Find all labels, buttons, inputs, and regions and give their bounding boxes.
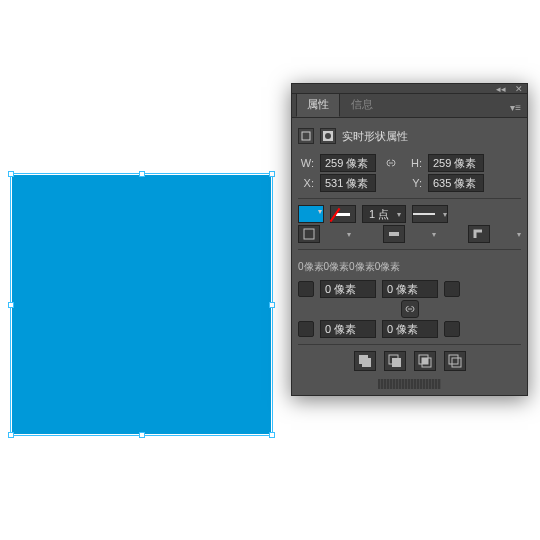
panel-menu-icon[interactable]: ▾≡ (504, 98, 527, 117)
fill-color-swatch[interactable]: ▾ (298, 205, 324, 223)
tab-properties[interactable]: 属性 (296, 92, 340, 117)
corner-tl-toggle[interactable] (298, 281, 314, 297)
width-input[interactable]: 259 像素 (320, 154, 376, 172)
corner-bl-input[interactable]: 0 像素 (320, 320, 376, 338)
link-corners-icon[interactable] (401, 300, 419, 318)
panel-titlebar[interactable]: ◂◂ ✕ (292, 84, 527, 94)
x-input[interactable]: 531 像素 (320, 174, 376, 192)
panel-close-icon[interactable]: ✕ (515, 84, 523, 94)
corner-radius-summary: 0像素0像素0像素0像素 (298, 256, 521, 278)
chevron-down-icon: ▾ (347, 230, 351, 239)
svg-rect-4 (389, 232, 399, 236)
path-intersect-button[interactable] (414, 351, 436, 371)
path-exclude-button[interactable] (444, 351, 466, 371)
panel-collapse-icon[interactable]: ◂◂ (496, 84, 506, 94)
stroke-weight-value: 1 点 (369, 207, 389, 222)
corner-tl-input[interactable]: 0 像素 (320, 280, 376, 298)
path-unite-button[interactable] (354, 351, 376, 371)
corner-bl-toggle[interactable] (298, 321, 314, 337)
height-input[interactable]: 259 像素 (428, 154, 484, 172)
svg-rect-13 (452, 358, 461, 367)
height-label: H: (406, 157, 422, 169)
tab-info[interactable]: 信息 (340, 92, 384, 117)
stroke-join-select[interactable] (468, 225, 490, 243)
panel-tabs: 属性 信息 ▾≡ (292, 94, 527, 118)
stroke-style-select[interactable]: ▾ (412, 205, 448, 223)
mask-type-icon (320, 128, 336, 144)
canvas-shape-rectangle[interactable] (12, 175, 271, 434)
svg-rect-8 (392, 358, 401, 367)
stroke-cap-select[interactable] (383, 225, 405, 243)
corner-br-toggle[interactable] (444, 321, 460, 337)
corner-br-input[interactable]: 0 像素 (382, 320, 438, 338)
stroke-weight-select[interactable]: 1 点 ▾ (362, 205, 406, 223)
shape-type-icon (298, 128, 314, 144)
svg-rect-6 (362, 358, 371, 367)
y-label: Y: (406, 177, 422, 189)
section-title: 实时形状属性 (342, 129, 408, 144)
svg-rect-3 (304, 229, 314, 239)
chevron-down-icon: ▾ (397, 210, 401, 219)
panel-resize-grip[interactable] (378, 379, 441, 389)
properties-panel: ◂◂ ✕ 属性 信息 ▾≡ 实时形状属性 W: 259 像素 H: 259 像素 (291, 83, 528, 396)
width-label: W: (298, 157, 314, 169)
path-operations-row (298, 351, 521, 371)
chevron-down-icon: ▾ (517, 230, 521, 239)
svg-rect-11 (422, 358, 428, 364)
link-wh-icon[interactable] (382, 154, 400, 172)
svg-point-2 (325, 133, 331, 139)
chevron-down-icon: ▾ (443, 210, 447, 219)
corner-tr-toggle[interactable] (444, 281, 460, 297)
path-subtract-button[interactable] (384, 351, 406, 371)
svg-rect-12 (449, 355, 458, 364)
chevron-down-icon: ▾ (432, 230, 436, 239)
stroke-color-swatch[interactable] (330, 205, 356, 223)
x-label: X: (298, 177, 314, 189)
stroke-align-select[interactable] (298, 225, 320, 243)
svg-rect-0 (302, 132, 310, 140)
y-input[interactable]: 635 像素 (428, 174, 484, 192)
corner-tr-input[interactable]: 0 像素 (382, 280, 438, 298)
